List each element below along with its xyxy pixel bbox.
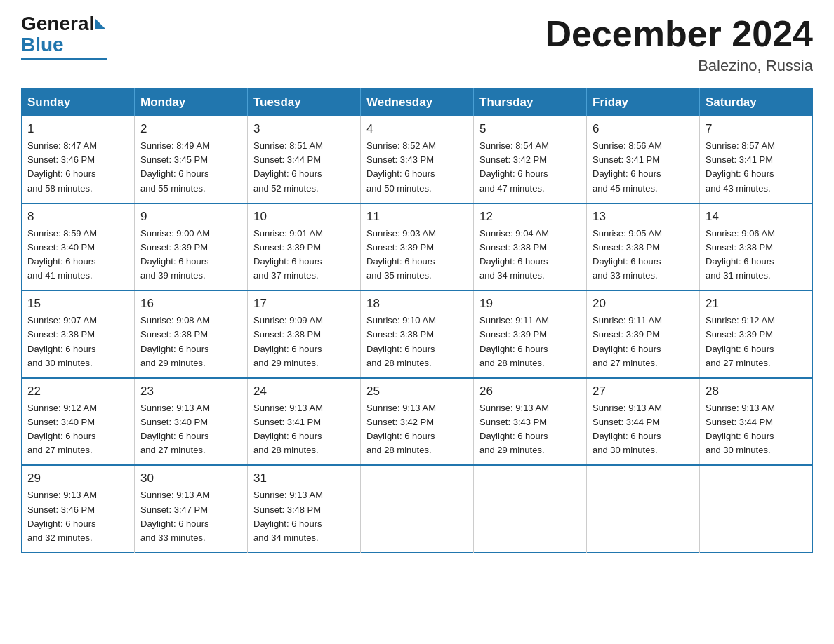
calendar-cell: 28 Sunrise: 9:13 AM Sunset: 3:44 PM Dayl… bbox=[700, 378, 813, 466]
day-info: Sunrise: 9:04 AM Sunset: 3:38 PM Dayligh… bbox=[479, 227, 581, 283]
day-info: Sunrise: 9:12 AM Sunset: 3:39 PM Dayligh… bbox=[706, 314, 807, 370]
day-info: Sunrise: 9:13 AM Sunset: 3:44 PM Dayligh… bbox=[593, 401, 694, 458]
day-info: Sunrise: 8:56 AM Sunset: 3:41 PM Dayligh… bbox=[593, 139, 694, 196]
calendar-cell: 30 Sunrise: 9:13 AM Sunset: 3:47 PM Dayl… bbox=[135, 465, 248, 552]
day-info: Sunrise: 9:07 AM Sunset: 3:38 PM Dayligh… bbox=[27, 314, 128, 370]
day-info: Sunrise: 9:06 AM Sunset: 3:38 PM Dayligh… bbox=[706, 227, 807, 283]
header-monday: Monday bbox=[135, 88, 248, 117]
calendar-cell: 26 Sunrise: 9:13 AM Sunset: 3:43 PM Dayl… bbox=[474, 378, 587, 466]
day-number: 28 bbox=[706, 384, 807, 398]
calendar-cell bbox=[700, 465, 813, 552]
calendar-cell: 27 Sunrise: 9:13 AM Sunset: 3:44 PM Dayl… bbox=[587, 378, 700, 466]
calendar-cell: 13 Sunrise: 9:05 AM Sunset: 3:38 PM Dayl… bbox=[587, 203, 700, 291]
day-number: 21 bbox=[706, 297, 807, 311]
day-number: 11 bbox=[366, 210, 468, 224]
day-info: Sunrise: 9:12 AM Sunset: 3:40 PM Dayligh… bbox=[27, 401, 128, 458]
day-info: Sunrise: 9:01 AM Sunset: 3:39 PM Dayligh… bbox=[253, 227, 355, 283]
location: Balezino, Russia bbox=[545, 57, 813, 75]
day-number: 12 bbox=[479, 210, 581, 224]
logo-general-text: General bbox=[21, 14, 94, 34]
day-number: 16 bbox=[140, 297, 241, 311]
logo-blue-text: Blue bbox=[21, 34, 64, 56]
logo: General Blue bbox=[21, 14, 107, 60]
day-info: Sunrise: 9:13 AM Sunset: 3:44 PM Dayligh… bbox=[706, 401, 807, 458]
day-number: 26 bbox=[479, 384, 581, 398]
calendar-week-row: 8 Sunrise: 8:59 AM Sunset: 3:40 PM Dayli… bbox=[22, 203, 813, 291]
calendar-cell: 24 Sunrise: 9:13 AM Sunset: 3:41 PM Dayl… bbox=[248, 378, 361, 466]
calendar-cell: 31 Sunrise: 9:13 AM Sunset: 3:48 PM Dayl… bbox=[248, 465, 361, 552]
day-number: 5 bbox=[479, 122, 581, 136]
day-info: Sunrise: 9:13 AM Sunset: 3:47 PM Dayligh… bbox=[140, 488, 241, 545]
day-number: 30 bbox=[140, 471, 241, 485]
day-info: Sunrise: 9:13 AM Sunset: 3:46 PM Dayligh… bbox=[27, 488, 128, 545]
day-info: Sunrise: 8:47 AM Sunset: 3:46 PM Dayligh… bbox=[27, 139, 128, 196]
day-number: 6 bbox=[593, 122, 694, 136]
calendar-cell: 19 Sunrise: 9:11 AM Sunset: 3:39 PM Dayl… bbox=[474, 290, 587, 378]
calendar-cell bbox=[474, 465, 587, 552]
day-number: 14 bbox=[706, 210, 807, 224]
month-title: December 2024 bbox=[545, 14, 813, 54]
calendar-cell: 14 Sunrise: 9:06 AM Sunset: 3:38 PM Dayl… bbox=[700, 203, 813, 291]
calendar-cell: 12 Sunrise: 9:04 AM Sunset: 3:38 PM Dayl… bbox=[474, 203, 587, 291]
calendar-cell: 6 Sunrise: 8:56 AM Sunset: 3:41 PM Dayli… bbox=[587, 116, 700, 203]
logo-triangle-icon bbox=[95, 19, 105, 29]
calendar-header-row: Sunday Monday Tuesday Wednesday Thursday… bbox=[22, 88, 813, 117]
day-number: 18 bbox=[366, 297, 468, 311]
day-info: Sunrise: 8:49 AM Sunset: 3:45 PM Dayligh… bbox=[140, 139, 241, 196]
day-info: Sunrise: 9:08 AM Sunset: 3:38 PM Dayligh… bbox=[140, 314, 241, 370]
calendar-cell bbox=[361, 465, 474, 552]
day-number: 22 bbox=[27, 384, 128, 398]
day-info: Sunrise: 8:52 AM Sunset: 3:43 PM Dayligh… bbox=[366, 139, 468, 196]
day-info: Sunrise: 8:51 AM Sunset: 3:44 PM Dayligh… bbox=[253, 139, 355, 196]
calendar-cell: 10 Sunrise: 9:01 AM Sunset: 3:39 PM Dayl… bbox=[248, 203, 361, 291]
calendar-cell: 22 Sunrise: 9:12 AM Sunset: 3:40 PM Dayl… bbox=[22, 378, 135, 466]
day-info: Sunrise: 8:57 AM Sunset: 3:41 PM Dayligh… bbox=[706, 139, 807, 196]
day-info: Sunrise: 9:13 AM Sunset: 3:41 PM Dayligh… bbox=[253, 401, 355, 458]
day-info: Sunrise: 9:10 AM Sunset: 3:38 PM Dayligh… bbox=[366, 314, 468, 370]
calendar-week-row: 22 Sunrise: 9:12 AM Sunset: 3:40 PM Dayl… bbox=[22, 378, 813, 466]
day-number: 10 bbox=[253, 210, 355, 224]
day-info: Sunrise: 9:11 AM Sunset: 3:39 PM Dayligh… bbox=[593, 314, 694, 370]
calendar-cell: 2 Sunrise: 8:49 AM Sunset: 3:45 PM Dayli… bbox=[135, 116, 248, 203]
day-number: 4 bbox=[366, 122, 468, 136]
header-friday: Friday bbox=[587, 88, 700, 117]
day-info: Sunrise: 9:00 AM Sunset: 3:39 PM Dayligh… bbox=[140, 227, 241, 283]
day-info: Sunrise: 8:59 AM Sunset: 3:40 PM Dayligh… bbox=[27, 227, 128, 283]
calendar-cell: 23 Sunrise: 9:13 AM Sunset: 3:40 PM Dayl… bbox=[135, 378, 248, 466]
calendar-cell: 7 Sunrise: 8:57 AM Sunset: 3:41 PM Dayli… bbox=[700, 116, 813, 203]
calendar-cell: 4 Sunrise: 8:52 AM Sunset: 3:43 PM Dayli… bbox=[361, 116, 474, 203]
day-number: 3 bbox=[253, 122, 355, 136]
day-number: 31 bbox=[253, 471, 355, 485]
calendar-cell: 15 Sunrise: 9:07 AM Sunset: 3:38 PM Dayl… bbox=[22, 290, 135, 378]
header-saturday: Saturday bbox=[700, 88, 813, 117]
calendar-table: Sunday Monday Tuesday Wednesday Thursday… bbox=[21, 88, 813, 553]
day-number: 1 bbox=[27, 122, 128, 136]
calendar-cell: 11 Sunrise: 9:03 AM Sunset: 3:39 PM Dayl… bbox=[361, 203, 474, 291]
calendar-cell: 3 Sunrise: 8:51 AM Sunset: 3:44 PM Dayli… bbox=[248, 116, 361, 203]
day-info: Sunrise: 9:13 AM Sunset: 3:40 PM Dayligh… bbox=[140, 401, 241, 458]
title-block: December 2024 Balezino, Russia bbox=[545, 14, 813, 75]
day-info: Sunrise: 9:11 AM Sunset: 3:39 PM Dayligh… bbox=[479, 314, 581, 370]
day-info: Sunrise: 9:13 AM Sunset: 3:43 PM Dayligh… bbox=[479, 401, 581, 458]
calendar-week-row: 15 Sunrise: 9:07 AM Sunset: 3:38 PM Dayl… bbox=[22, 290, 813, 378]
calendar-cell: 29 Sunrise: 9:13 AM Sunset: 3:46 PM Dayl… bbox=[22, 465, 135, 552]
day-number: 2 bbox=[140, 122, 241, 136]
day-number: 20 bbox=[593, 297, 694, 311]
day-info: Sunrise: 9:13 AM Sunset: 3:42 PM Dayligh… bbox=[366, 401, 468, 458]
day-number: 17 bbox=[253, 297, 355, 311]
day-number: 9 bbox=[140, 210, 241, 224]
calendar-cell: 17 Sunrise: 9:09 AM Sunset: 3:38 PM Dayl… bbox=[248, 290, 361, 378]
header-tuesday: Tuesday bbox=[248, 88, 361, 117]
calendar-cell bbox=[587, 465, 700, 552]
day-number: 24 bbox=[253, 384, 355, 398]
day-info: Sunrise: 8:54 AM Sunset: 3:42 PM Dayligh… bbox=[479, 139, 581, 196]
day-number: 23 bbox=[140, 384, 241, 398]
page-header: General Blue December 2024 Balezino, Rus… bbox=[21, 14, 813, 75]
calendar-cell: 20 Sunrise: 9:11 AM Sunset: 3:39 PM Dayl… bbox=[587, 290, 700, 378]
logo-underline bbox=[21, 58, 107, 60]
day-number: 27 bbox=[593, 384, 694, 398]
day-number: 19 bbox=[479, 297, 581, 311]
day-number: 15 bbox=[27, 297, 128, 311]
day-number: 13 bbox=[593, 210, 694, 224]
calendar-week-row: 29 Sunrise: 9:13 AM Sunset: 3:46 PM Dayl… bbox=[22, 465, 813, 552]
